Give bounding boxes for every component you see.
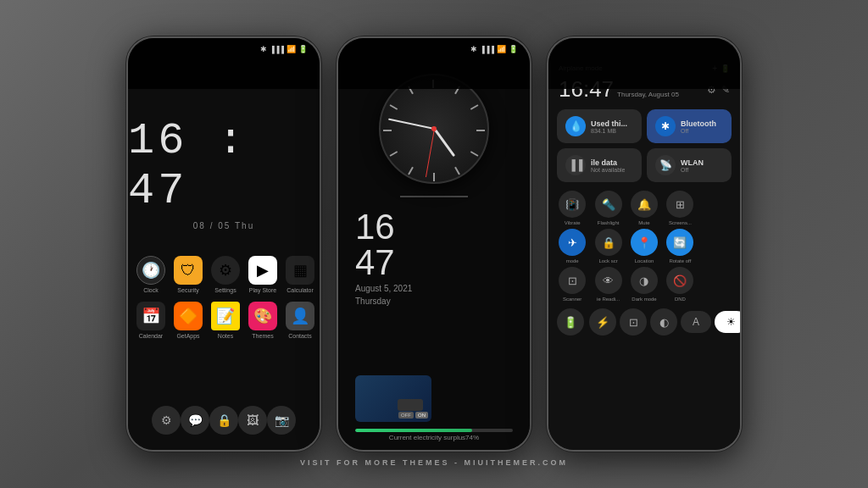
cc-tile-bluetooth[interactable]: ✱ Bluetooth Off <box>647 109 732 143</box>
cc-mute-icon: 🔔 <box>631 191 658 218</box>
cc-reading-label: ie Readi... <box>597 297 620 302</box>
cc-wide-btns: A ☀ <box>681 311 740 333</box>
second-hand <box>425 129 434 177</box>
cc-tiles-row1: 💧 Used thi... 834.1 MB ✱ Bluetooth Off <box>548 104 740 148</box>
cc-btn-rotate[interactable]: 🔄 Rotate off <box>665 229 695 263</box>
app-label-getapps: GetApps <box>176 333 199 339</box>
phone-1: ✱ ▐▐▐ 📶 🔋 16 : 47 08 / 05 Thu 🕐 Clock <box>126 36 321 452</box>
cc-mobile-icon: ▐▐ <box>565 155 586 175</box>
minute-hand <box>388 119 434 130</box>
cc-mute-label: Mute <box>638 220 649 225</box>
app-icon-calc: ▦ <box>286 256 314 285</box>
app-themes[interactable]: 🎨 Themes <box>248 302 277 339</box>
bottom-dock-1: ⚙ 💬 🔒 🖼 📷 <box>135 399 313 441</box>
cc-btn-reading[interactable]: 👁 ie Readi... <box>593 267 623 302</box>
phone2-bottom: OFF ON Current electricity surplus74% <box>338 375 530 450</box>
status-bar-2: ✱ ▐▐▐ 📶 🔋 <box>338 38 530 57</box>
phone2-time-display: 16 47 August 5, 2021 Thursday <box>338 201 530 314</box>
cc-data-icon: 💧 <box>565 116 586 136</box>
app-notes[interactable]: 📝 Notes <box>211 302 240 339</box>
cc-font-btn[interactable]: A <box>681 311 711 333</box>
cc-tile-wlan-text: WLAN Off <box>681 158 723 173</box>
status-bar-1: ✱ ▐▐▐ 📶 🔋 <box>128 38 320 57</box>
cc-btn-power[interactable]: ⚡ <box>589 308 616 336</box>
cc-btn-scanner[interactable]: ⊡ Scanner <box>557 267 587 302</box>
phone2-date-line2: Thursday <box>355 297 513 306</box>
airplane-mode-label: Airplane mode <box>559 64 603 72</box>
cc-btn-location[interactable]: 📍 Location <box>629 229 659 263</box>
cc-screenshot-label: Screens... <box>669 220 692 225</box>
dock-gallery[interactable]: 🖼 <box>238 406 267 435</box>
cc-btn-lockscreen[interactable]: 🔒 Lock scr <box>593 229 623 263</box>
dock-lock[interactable]: 🔒 <box>209 406 238 435</box>
cc-btn-mute[interactable]: 🔔 Mute <box>629 191 659 225</box>
cc-btn-night[interactable]: ◐ <box>650 308 677 336</box>
cc-edit-icon[interactable]: ✎ <box>721 84 730 96</box>
app-getapps[interactable]: 🔶 GetApps <box>174 302 203 339</box>
phone-1-screen: ✱ ▐▐▐ 📶 🔋 16 : 47 08 / 05 Thu 🕐 Clock <box>128 38 320 450</box>
cc-bluetooth-title: Bluetooth <box>681 119 723 128</box>
phone2-date-line1: August 5, 2021 <box>355 284 513 293</box>
cc-top-bar: Airplane mode + 🔋 <box>548 38 740 75</box>
app-contacts[interactable]: 👤 Contacts <box>286 302 314 339</box>
cc-battery2-icon: 🔋 <box>557 308 584 336</box>
cc-airplane-label: mode <box>566 258 579 263</box>
cc-time-section: 16:47 Thursday, August 05 ⚙ ✎ <box>548 75 740 104</box>
cc-location-icon: 📍 <box>631 229 658 256</box>
cc-location-label: Location <box>635 258 654 263</box>
app-label-clock: Clock <box>143 287 159 293</box>
cc-btn-flashlight[interactable]: 🔦 Flashlight <box>593 191 623 225</box>
battery-icon-1: 🔋 <box>298 45 308 53</box>
app-calendar[interactable]: 📅 Calendar <box>136 302 165 339</box>
app-security[interactable]: 🛡 Security <box>174 256 203 293</box>
clock-divider <box>400 196 468 197</box>
phone2-hour: 16 <box>355 209 513 245</box>
cc-time: 16:47 <box>559 76 614 103</box>
cc-data-title: Used thi... <box>591 119 633 128</box>
clock-center <box>431 126 437 131</box>
cc-add-icon[interactable]: + <box>712 64 717 73</box>
dock-settings[interactable]: ⚙ <box>152 406 181 435</box>
cc-wlan-title: WLAN <box>681 158 723 167</box>
bluetooth-icon-2: ✱ <box>470 45 477 53</box>
cc-bottom-row: 🔋 ⚡ ⊡ ◐ A ☀ <box>548 305 740 339</box>
cc-time-actions: ⚙ ✎ <box>707 84 730 96</box>
cc-tile-mobile[interactable]: ▐▐ ile data Not available <box>557 148 642 182</box>
cc-btn-airplane[interactable]: ✈ mode <box>557 229 587 263</box>
cc-brightness-btn[interactable]: ☀ <box>715 311 740 333</box>
app-settings[interactable]: ⚙ Settings <box>211 256 240 293</box>
cc-btn-screenshot[interactable]: ⊞ Screens... <box>665 191 695 225</box>
hour-hand <box>433 128 455 157</box>
app-label-contacts: Contacts <box>288 333 312 339</box>
cc-settings-icon[interactable]: ⚙ <box>707 84 716 96</box>
signal-icon-1: ▐▐▐ <box>270 46 284 53</box>
app-playstore[interactable]: ▶ Play Store <box>248 256 277 293</box>
cc-btn-battery2[interactable]: 🔋 <box>557 308 584 336</box>
battery-fill <box>355 429 472 432</box>
cc-lockscreen-label: Lock scr <box>598 258 617 263</box>
cc-tile-data[interactable]: 💧 Used thi... 834.1 MB <box>557 109 642 143</box>
cc-tile-mobile-text: ile data Not available <box>591 158 633 173</box>
dock-camera[interactable]: 📷 <box>267 406 296 435</box>
dock-messages[interactable]: 💬 <box>181 406 209 435</box>
cc-wlan-subtitle: Off <box>681 167 723 173</box>
cc-btn-dnd[interactable]: 🚫 DND <box>665 267 695 302</box>
app-clock[interactable]: 🕐 Clock <box>136 256 165 293</box>
app-label-settings: Settings <box>214 287 236 293</box>
cc-cast-icon: ⊡ <box>620 308 647 336</box>
app-icon-getapps: 🔶 <box>174 302 203 330</box>
cc-buttons-row3: ⊡ Scanner 👁 ie Readi... ◑ Dark mode 🚫 DN… <box>548 267 740 305</box>
cc-tile-wlan[interactable]: 📡 WLAN Off <box>647 148 732 182</box>
cc-vibrate-label: Vibrate <box>565 220 581 225</box>
cc-data-subtitle: 834.1 MB <box>591 128 633 134</box>
app-label-calculator: Calculator <box>287 287 314 293</box>
cc-rotate-icon: 🔄 <box>666 229 693 256</box>
app-icon-themes: 🎨 <box>248 302 277 330</box>
cc-btn-darkmode[interactable]: ◑ Dark mode <box>629 267 659 302</box>
cc-tile-data-text: Used thi... 834.1 MB <box>591 119 633 134</box>
phones-container: ✱ ▐▐▐ 📶 🔋 16 : 47 08 / 05 Thu 🕐 Clock <box>126 36 742 452</box>
lock-time: 16 : 47 <box>128 116 320 216</box>
cc-btn-vibrate[interactable]: 📳 Vibrate <box>557 191 587 225</box>
app-calculator[interactable]: ▦ Calculator <box>286 256 314 293</box>
cc-btn-cast[interactable]: ⊡ <box>620 308 647 336</box>
